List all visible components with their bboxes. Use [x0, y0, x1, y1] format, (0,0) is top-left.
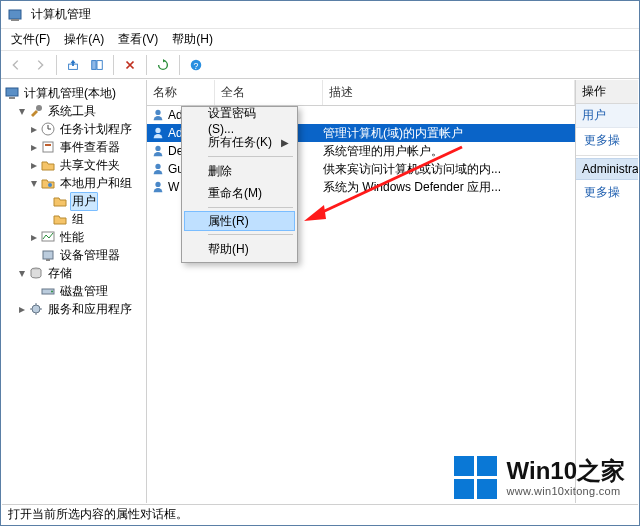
user-icon [151, 126, 165, 140]
expander-icon[interactable]: ▸ [28, 140, 40, 154]
actions-header: 操作 [576, 80, 638, 104]
tools-icon [28, 103, 44, 119]
actions-more-link-2[interactable]: 更多操 [576, 180, 638, 205]
user-icon [151, 162, 165, 176]
help-button[interactable]: ? [185, 54, 207, 76]
nav-back-button[interactable] [5, 54, 27, 76]
folder-icon [52, 211, 68, 227]
statusbar: 打开当前所选内容的属性对话框。 [2, 504, 638, 524]
svg-point-24 [155, 164, 160, 169]
ctx-properties[interactable]: 属性(R) [184, 211, 295, 231]
tree-system-tools[interactable]: ▾ 系统工具 [4, 102, 144, 120]
ctx-help[interactable]: 帮助(H) [184, 238, 295, 260]
ctx-separator [208, 207, 293, 208]
tree-event-viewer[interactable]: ▸ 事件查看器 [4, 138, 144, 156]
menu-help[interactable]: 帮助(H) [166, 29, 219, 50]
ctx-all-tasks[interactable]: 所有任务(K)▶ [184, 131, 295, 153]
disk-icon [40, 283, 56, 299]
expander-icon[interactable]: ▸ [28, 158, 40, 172]
list-header[interactable]: 名称 全名 描述 [147, 80, 575, 106]
svg-point-23 [155, 146, 160, 151]
column-fullname[interactable]: 全名 [215, 80, 323, 105]
tree-device-manager[interactable]: 设备管理器 [4, 246, 144, 264]
svg-text:?: ? [194, 60, 199, 70]
storage-icon [28, 265, 44, 281]
tree-storage[interactable]: ▾ 存储 [4, 264, 144, 282]
status-text: 打开当前所选内容的属性对话框。 [8, 506, 188, 523]
ctx-set-password[interactable]: 设置密码(S)... [184, 109, 295, 131]
toolbar-separator [146, 55, 147, 75]
column-description[interactable]: 描述 [323, 80, 575, 105]
ctx-rename[interactable]: 重命名(M) [184, 182, 295, 204]
user-icon [151, 108, 165, 122]
actions-pane: 操作 用户 更多操 Administrat 更多操 [576, 80, 638, 503]
svg-point-22 [155, 128, 160, 133]
expander-icon[interactable]: ▸ [28, 122, 40, 136]
app-icon [7, 7, 23, 23]
expander-icon[interactable]: ▾ [28, 176, 40, 190]
tree-shared-folders[interactable]: ▸ 共享文件夹 [4, 156, 144, 174]
expander-icon[interactable]: ▸ [28, 230, 40, 244]
svg-point-19 [51, 291, 53, 293]
svg-rect-11 [43, 142, 53, 152]
svg-point-9 [36, 105, 42, 111]
user-icon [151, 144, 165, 158]
clock-icon [40, 121, 56, 137]
toolbar: ? [1, 51, 639, 79]
tree-users[interactable]: 用户 [4, 192, 144, 210]
up-level-button[interactable] [62, 54, 84, 76]
device-icon [40, 247, 56, 263]
toolbar-separator [56, 55, 57, 75]
folder-icon [52, 193, 68, 209]
refresh-button[interactable] [152, 54, 174, 76]
performance-icon [40, 229, 56, 245]
toolbar-separator [179, 55, 180, 75]
ctx-delete[interactable]: 删除 [184, 160, 295, 182]
window-title: 计算机管理 [31, 6, 91, 23]
tree-root[interactable]: 计算机管理(本地) [4, 84, 144, 102]
tree-performance[interactable]: ▸ 性能 [4, 228, 144, 246]
submenu-arrow-icon: ▶ [281, 137, 289, 148]
tree-pane[interactable]: 计算机管理(本地) ▾ 系统工具 ▸ 任务计划程序 ▸ 事件查看器 [2, 80, 147, 503]
delete-button[interactable] [119, 54, 141, 76]
divider [576, 155, 638, 156]
menubar: 文件(F) 操作(A) 查看(V) 帮助(H) [1, 29, 639, 51]
context-menu: 设置密码(S)... 所有任务(K)▶ 删除 重命名(M) 属性(R) 帮助(H… [181, 106, 298, 263]
nav-forward-button[interactable] [29, 54, 51, 76]
expander-icon[interactable]: ▾ [16, 266, 28, 280]
menu-view[interactable]: 查看(V) [112, 29, 164, 50]
svg-point-20 [32, 305, 40, 313]
show-hide-tree-button[interactable] [86, 54, 108, 76]
actions-group-title: 用户 [576, 104, 638, 128]
svg-point-13 [48, 183, 52, 187]
svg-rect-7 [6, 88, 18, 96]
tree-services-apps[interactable]: ▸ 服务和应用程序 [4, 300, 144, 318]
svg-rect-12 [45, 144, 51, 146]
expander-icon[interactable]: ▸ [16, 302, 28, 316]
tree-groups[interactable]: 组 [4, 210, 144, 228]
services-icon [28, 301, 44, 317]
svg-rect-3 [92, 60, 96, 69]
svg-rect-1 [11, 19, 19, 21]
shared-folder-icon [40, 157, 56, 173]
svg-rect-0 [9, 10, 21, 19]
column-name[interactable]: 名称 [147, 80, 215, 105]
tree-task-scheduler[interactable]: ▸ 任务计划程序 [4, 120, 144, 138]
svg-point-21 [155, 110, 160, 115]
actions-more-link[interactable]: 更多操 [576, 128, 638, 153]
svg-rect-15 [43, 251, 53, 259]
svg-rect-16 [46, 259, 50, 261]
toolbar-separator [113, 55, 114, 75]
actions-selection-title: Administrat [576, 158, 638, 180]
menu-file[interactable]: 文件(F) [5, 29, 56, 50]
window-root: 计算机管理 文件(F) 操作(A) 查看(V) 帮助(H) ? 计算机管理(本地… [0, 0, 640, 526]
expander-icon[interactable]: ▾ [16, 104, 28, 118]
tree-local-users-groups[interactable]: ▾ 本地用户和组 [4, 174, 144, 192]
client-area: 计算机管理(本地) ▾ 系统工具 ▸ 任务计划程序 ▸ 事件查看器 [2, 80, 638, 503]
svg-point-25 [155, 182, 160, 187]
tree-disk-management[interactable]: 磁盘管理 [4, 282, 144, 300]
event-icon [40, 139, 56, 155]
users-groups-icon [40, 175, 56, 191]
menu-action[interactable]: 操作(A) [58, 29, 110, 50]
user-icon [151, 180, 165, 194]
